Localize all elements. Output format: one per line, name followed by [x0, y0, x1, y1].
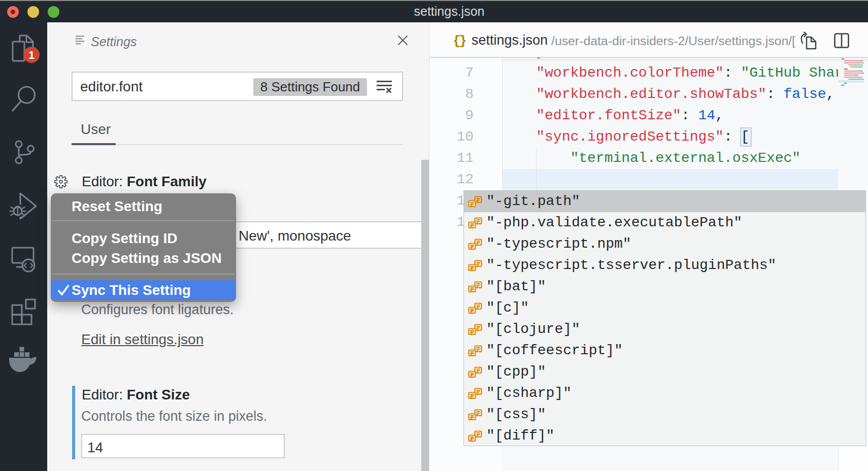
svg-text:1: 1	[28, 49, 35, 61]
